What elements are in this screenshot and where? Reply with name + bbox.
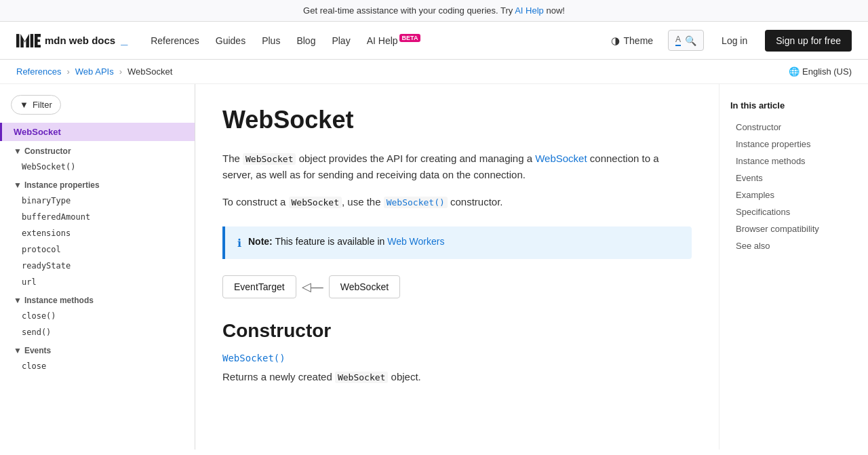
web-workers-link[interactable]: Web Workers	[387, 236, 444, 247]
header: mdn web docs _ References Guides Plus Bl…	[0, 22, 868, 60]
nav-ai-help[interactable]: AI HelpBETA	[360, 31, 428, 50]
breadcrumb-lang[interactable]: 🌐 English (US)	[789, 66, 852, 77]
constructor-description: Returns a newly created WebSocket object…	[222, 369, 692, 385]
breadcrumb-references[interactable]: References	[16, 66, 61, 77]
desc2-code2[interactable]: WebSocket()	[384, 197, 448, 208]
section-label-4: Events	[24, 346, 51, 355]
toc-item-examples[interactable]: Examples	[730, 186, 857, 203]
desc2-code1: WebSocket	[289, 197, 342, 208]
inheritance-diagram: EventTarget ◁— WebSocket	[222, 275, 692, 298]
breadcrumb-sep-2: ›	[119, 66, 122, 77]
info-icon: ℹ	[237, 237, 241, 250]
sidebar-filter-area: ▼ Filter	[0, 92, 195, 123]
svg-rect-1	[31, 34, 34, 47]
banner-text: Get real-time assistance with your codin…	[303, 5, 515, 16]
section-label: Constructor	[24, 146, 71, 156]
logo-text: mdn web docs	[45, 35, 115, 46]
constructor-heading: Constructor	[222, 320, 692, 342]
breadcrumb-current: WebSocket	[127, 66, 172, 77]
header-nav: References Guides Plus Blog Play AI Help…	[144, 31, 587, 50]
top-banner: Get real-time assistance with your codin…	[0, 0, 868, 22]
desc2-mid: , use the	[342, 196, 384, 207]
cons-desc-pre: Returns a newly created	[222, 371, 335, 382]
collapse-icon-3: ▼	[14, 296, 22, 305]
collapse-icon: ▼	[14, 146, 22, 156]
sidebar-item-websocket-constructor[interactable]: WebSocket()	[0, 159, 195, 175]
sidebar-item-send[interactable]: send()	[0, 324, 195, 340]
page-description-1: The WebSocket object provides the API fo…	[222, 151, 692, 183]
globe-icon: 🌐	[789, 66, 800, 77]
nav-references[interactable]: References	[144, 31, 206, 50]
breadcrumb: References › Web APIs › WebSocket 🌐 Engl…	[0, 60, 868, 84]
cons-desc-post: object.	[388, 371, 420, 382]
right-toc: In this article Constructor Instance pro…	[719, 84, 868, 450]
page-description-2: To construct a WebSocket, use the WebSoc…	[222, 194, 692, 210]
toc-item-browser-compatibility[interactable]: Browser compatibility	[730, 220, 857, 237]
lang-label: English (US)	[802, 66, 852, 77]
inherit-parent: EventTarget	[222, 275, 296, 298]
header-right: ◑ Theme A 🔍 Log in Sign up for free	[604, 30, 852, 52]
beta-badge: BETA	[399, 34, 421, 42]
websocket-link-desc[interactable]: WebSocket	[535, 153, 587, 164]
sidebar-section-instance-methods[interactable]: ▼ Instance methods	[0, 290, 195, 308]
sidebar-item-extensions[interactable]: extensions	[0, 225, 195, 241]
desc2-post: constructor.	[448, 196, 503, 207]
search-button[interactable]: A 🔍	[668, 30, 704, 51]
nav-blog[interactable]: Blog	[290, 31, 322, 50]
collapse-icon-4: ▼	[14, 346, 22, 355]
sidebar-item-url[interactable]: url	[0, 274, 195, 290]
cons-desc-code: WebSocket	[335, 372, 388, 383]
svg-rect-0	[16, 34, 20, 47]
search-underline-icon: A	[675, 35, 681, 46]
logo[interactable]: mdn web docs _	[16, 31, 127, 50]
page-title: WebSocket	[222, 106, 692, 134]
toc-item-see-also[interactable]: See also	[730, 237, 857, 254]
note-content: Note: This feature is available in Web W…	[248, 236, 444, 247]
filter-icon: ▼	[20, 100, 28, 110]
mdn-logo-icon	[16, 31, 41, 50]
main-layout: ▼ Filter WebSocket ▼ Constructor WebSock…	[0, 84, 868, 450]
sidebar-item-websocket[interactable]: WebSocket	[0, 123, 195, 141]
desc1-pre: The	[222, 153, 243, 164]
filter-button[interactable]: ▼ Filter	[11, 95, 61, 115]
desc1-code: WebSocket	[243, 153, 296, 165]
sidebar-section-instance-properties[interactable]: ▼ Instance properties	[0, 175, 195, 193]
sidebar-item-readystate[interactable]: readyState	[0, 258, 195, 274]
search-icon: 🔍	[685, 35, 696, 46]
sidebar: ▼ Filter WebSocket ▼ Constructor WebSock…	[0, 84, 195, 450]
filter-label: Filter	[33, 100, 52, 110]
sidebar-section-events[interactable]: ▼ Events	[0, 340, 195, 358]
toc-item-specifications[interactable]: Specifications	[730, 203, 857, 220]
breadcrumb-web-apis[interactable]: Web APIs	[75, 66, 114, 77]
nav-play[interactable]: Play	[325, 31, 357, 50]
inherit-child: WebSocket	[329, 275, 400, 298]
toc-item-instance-properties[interactable]: Instance properties	[730, 136, 857, 153]
sidebar-section-constructor[interactable]: ▼ Constructor	[0, 141, 195, 159]
toc-item-instance-methods[interactable]: Instance methods	[730, 153, 857, 170]
toc-item-constructor[interactable]: Constructor	[730, 119, 857, 136]
desc2-pre: To construct a	[222, 196, 289, 207]
websocket-constructor-link[interactable]: WebSocket()	[222, 353, 285, 363]
theme-label: Theme	[624, 35, 654, 46]
note-box: ℹ Note: This feature is available in Web…	[222, 226, 692, 259]
banner-text-after: now!	[544, 5, 565, 16]
ai-help-banner-link[interactable]: AI Help	[515, 5, 544, 16]
section-label-3: Instance methods	[24, 296, 94, 305]
collapse-icon-2: ▼	[14, 180, 22, 190]
toc-title: In this article	[730, 100, 857, 111]
sidebar-item-close[interactable]: close()	[0, 308, 195, 324]
login-button[interactable]: Log in	[712, 31, 757, 50]
nav-plus[interactable]: Plus	[255, 31, 287, 50]
theme-icon: ◑	[611, 35, 620, 47]
nav-guides[interactable]: Guides	[209, 31, 252, 50]
theme-button[interactable]: ◑ Theme	[604, 31, 660, 51]
note-body: This feature is available in	[273, 236, 387, 247]
sidebar-item-protocol[interactable]: protocol	[0, 241, 195, 258]
content-area: WebSocket The WebSocket object provides …	[195, 84, 719, 450]
sidebar-item-close-event[interactable]: close	[0, 358, 195, 374]
sidebar-item-binarytype[interactable]: binaryType	[0, 193, 195, 209]
toc-item-events[interactable]: Events	[730, 170, 857, 186]
breadcrumb-sep-1: ›	[66, 66, 69, 77]
signup-button[interactable]: Sign up for free	[765, 30, 852, 52]
sidebar-item-bufferedamount[interactable]: bufferedAmount	[0, 209, 195, 225]
